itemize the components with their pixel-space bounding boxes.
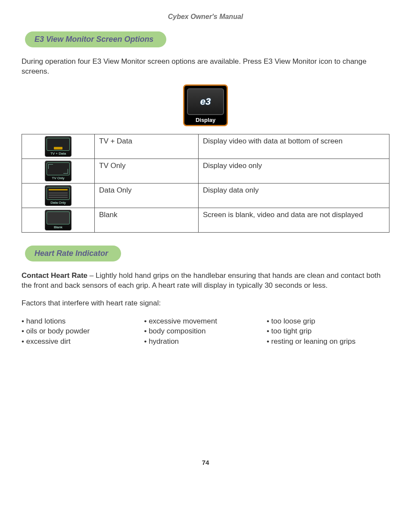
page-number: 74 (22, 459, 389, 466)
e3-logo-icon: e3 (187, 88, 224, 115)
list-item: resting or leaning on grips (267, 336, 387, 347)
factor-column-2: excessive movement body composition hydr… (144, 316, 265, 347)
data-only-icon: Data Only (45, 185, 72, 206)
tv-only-icon: TV Only (45, 161, 72, 181)
option-name: Blank (95, 208, 199, 232)
option-icon-cell: Data Only (22, 183, 95, 208)
table-row: TV + Data TV + Data Display video with d… (22, 134, 389, 159)
option-name: Data Only (95, 183, 199, 208)
list-item: oils or body powder (22, 326, 142, 336)
option-desc: Display data only (199, 183, 389, 208)
mini-icon-label: TV Only (47, 175, 70, 180)
section-heading-heart-rate: Heart Rate Indicator (25, 246, 121, 261)
table-row: TV Only TV Only Display video only (22, 159, 389, 183)
list-item: too loose grip (267, 316, 387, 327)
option-desc: Display video only (199, 159, 389, 183)
list-item: excessive dirt (22, 336, 142, 347)
factors-intro: Factors that interfere with heart rate s… (22, 299, 389, 308)
section-heading-e3-options: E3 View Monitor Screen Options (25, 31, 166, 47)
list-item: too tight grip (267, 326, 387, 336)
contact-heart-rate-text: Contact Heart Rate – Lightly hold hand g… (22, 271, 389, 291)
mini-icon-label: Data Only (47, 200, 70, 205)
display-icon-label: Display (187, 115, 224, 123)
mini-icon-label: TV + Data (47, 151, 70, 156)
tv-data-icon: TV + Data (45, 136, 72, 157)
doc-header: Cybex Owner's Manual (22, 13, 389, 21)
option-name: TV Only (95, 159, 199, 183)
contact-label: Contact Heart Rate (22, 271, 87, 280)
option-icon-cell: TV Only (22, 159, 95, 183)
option-desc: Screen is blank, video and data are not … (199, 208, 389, 232)
factor-column-3: too loose grip too tight grip resting or… (267, 316, 387, 347)
factor-column-1: hand lotions oils or body powder excessi… (22, 316, 142, 347)
option-desc: Display video with data at bottom of scr… (199, 134, 389, 159)
option-icon-cell: Blank (22, 208, 95, 232)
intro-text: During operation four E3 View Monitor sc… (22, 57, 389, 77)
section-title: E3 View Monitor Screen Options (34, 35, 153, 44)
list-item: body composition (144, 326, 265, 336)
table-row: Data Only Data Only Display data only (22, 183, 389, 208)
list-item: excessive movement (144, 316, 265, 327)
factors-columns: hand lotions oils or body powder excessi… (22, 316, 389, 347)
option-icon-cell: TV + Data (22, 134, 95, 159)
screen-options-table: TV + Data TV + Data Display video with d… (22, 134, 389, 233)
section-title: Heart Rate Indicator (34, 249, 108, 258)
mini-icon-label: Blank (47, 224, 70, 229)
option-name: TV + Data (95, 134, 199, 159)
list-item: hydration (144, 336, 265, 347)
list-item: hand lotions (22, 316, 142, 327)
blank-icon: Blank (45, 210, 72, 230)
table-row: Blank Blank Screen is blank, video and d… (22, 208, 389, 232)
display-icon: e3 Display (183, 84, 228, 126)
